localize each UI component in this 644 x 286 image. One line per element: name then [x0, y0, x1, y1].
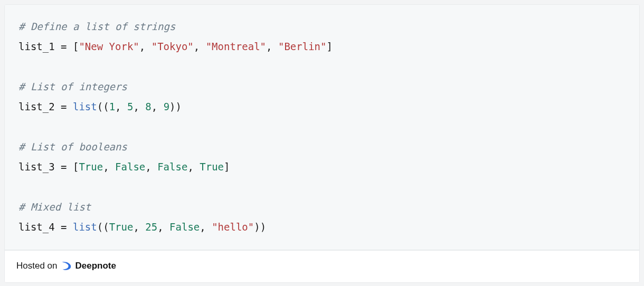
footer-bar[interactable]: Hosted on Deepnote: [5, 251, 639, 282]
code-token-punct: ,: [103, 161, 115, 173]
code-token-comment: # Define a list of strings: [18, 21, 175, 32]
code-token-op: =: [61, 161, 73, 173]
code-token-op: =: [61, 221, 73, 233]
code-token-number: 5: [127, 101, 133, 112]
code-token-punct: ,: [266, 41, 278, 52]
code-token-punct: ]: [326, 41, 332, 52]
code-token-punct: ,: [194, 41, 206, 52]
code-token-ident: list_3: [18, 161, 61, 173]
code-token-builtin: False: [115, 161, 145, 173]
code-token-comment: # Mixed list: [18, 201, 91, 213]
code-token-string: "New York": [79, 41, 139, 52]
code-token-builtin: False: [157, 161, 187, 173]
code-token-number: 1: [109, 101, 115, 112]
code-area: # Define a list of strings list_1 = ["Ne…: [5, 5, 639, 251]
deepnote-logo-icon: [61, 260, 72, 272]
code-token-builtin: False: [169, 221, 200, 233]
code-token-func: list: [73, 221, 97, 233]
code-token-punct: ,: [151, 101, 164, 112]
code-token-builtin: True: [79, 161, 103, 173]
code-token-punct: )): [169, 101, 182, 112]
code-token-number: 9: [164, 101, 169, 112]
code-token-string: "Montreal": [206, 41, 266, 52]
code-card: # Define a list of strings list_1 = ["Ne…: [4, 4, 640, 283]
code-token-punct: ,: [200, 221, 212, 233]
code-token-punct: ,: [133, 221, 145, 233]
code-token-op: =: [61, 101, 73, 112]
code-token-punct: ,: [145, 161, 157, 173]
hosted-on-label: Hosted on: [16, 261, 58, 271]
code-token-ident: list_4: [18, 221, 61, 233]
code-token-punct: ,: [139, 41, 151, 52]
code-token-punct: ]: [224, 161, 230, 173]
code-token-punct: [: [73, 161, 79, 173]
code-token-punct: ,: [187, 161, 200, 173]
code-token-string: "Tokyo": [151, 41, 194, 52]
code-token-ident: list_1: [18, 41, 61, 52]
code-token-punct: ,: [115, 101, 127, 112]
code-token-builtin: True: [109, 221, 134, 233]
code-token-comment: # List of booleans: [18, 141, 127, 152]
code-token-punct: ,: [133, 101, 145, 112]
code-token-punct: )): [254, 221, 266, 233]
code-token-ident: list_2: [18, 101, 61, 112]
code-token-comment: # List of integers: [18, 81, 127, 92]
code-token-op: =: [61, 41, 73, 52]
code-token-builtin: True: [200, 161, 224, 173]
code-token-number: 8: [145, 101, 151, 112]
code-token-string: "hello": [212, 221, 254, 233]
code-token-punct: ((: [97, 101, 109, 112]
code-token-number: 25: [145, 221, 157, 233]
code-token-punct: [: [73, 41, 79, 52]
code-token-string: "Berlin": [278, 41, 327, 52]
code-token-punct: ,: [157, 221, 169, 233]
code-token-func: list: [73, 101, 97, 112]
code-token-punct: ((: [97, 221, 109, 233]
brand-name: Deepnote: [75, 261, 116, 271]
code-block: # Define a list of strings list_1 = ["Ne…: [18, 16, 626, 237]
